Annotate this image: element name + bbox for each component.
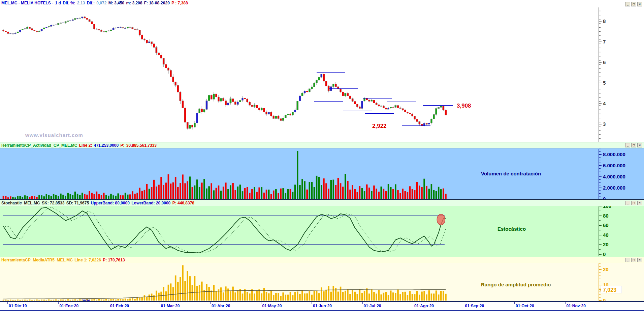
price-level-label: 2,922 (372, 123, 387, 129)
header-segment: P : 7,388 (171, 1, 188, 5)
header-segment: 2,13 (77, 1, 85, 5)
time-tick (312, 302, 312, 304)
time-tick-label: 01-Dic-19 (9, 304, 27, 308)
time-tick (160, 302, 160, 304)
header-segment: Line 1: 7,0226 (74, 258, 101, 262)
maximize-button[interactable]: □ (631, 143, 636, 147)
close-button[interactable]: × (637, 201, 642, 205)
time-tick (7, 302, 8, 304)
time-tick (261, 302, 261, 304)
maximize-button[interactable]: □ (631, 2, 636, 6)
close-button[interactable]: × (637, 258, 642, 262)
atr-panel[interactable]: HerramientaCP_MediaATR5_MEL.MC Line 1: 7… (0, 257, 644, 301)
volume-bars-layer (3, 151, 447, 199)
svg-text:4: 4 (603, 101, 606, 106)
candles-layer (2, 16, 447, 130)
time-tick-label: 01-Feb-20 (110, 304, 129, 308)
visual-chart-workspace: { "app": {"name_note": "Visual Chart sty… (0, 0, 644, 311)
svg-text:2.000.000: 2.000.000 (603, 185, 625, 191)
volume-panel-label: Volumen de contratación (481, 171, 541, 176)
atr-panel-label: Rango de amplitud promedio (481, 282, 551, 287)
svg-text:8: 8 (603, 18, 606, 24)
svg-text:100: 100 (603, 206, 611, 209)
volume-indicator-title-bar[interactable]: HerramientoCP_Actividad_CP_MEL.MC Line 2… (0, 142, 644, 148)
time-tick (464, 302, 464, 304)
time-tick (58, 302, 59, 304)
signal-highlight-circle[interactable] (437, 214, 445, 225)
svg-text:4.000.000: 4.000.000 (603, 174, 625, 179)
header-segment: Dif. %: (63, 1, 75, 5)
chart-title-bar[interactable]: MEL.MC - MELIA HOTELS - 1 d Dif. %: 2,13… (0, 0, 644, 6)
minimize-button[interactable]: _ (625, 143, 630, 147)
stochastic-indicator-title-bar[interactable]: Stochastic_MEL.MC SK: 72,8533 SD: 71,967… (0, 200, 644, 206)
header-segment: MEL.MC - MELIA HOTELS - (1, 1, 53, 5)
stochastic-chart[interactable]: 100806040200 (0, 206, 644, 257)
time-tick (109, 302, 109, 304)
header-segment: HerramientaCP_MediaATR5_MEL.MC (1, 258, 73, 262)
price-level-label: 3,908 (457, 103, 471, 109)
panel-separator (0, 257, 644, 257)
header-segment: Stochastic_MEL.MC (1, 201, 40, 205)
minimize-button[interactable]: _ (625, 2, 630, 6)
time-axis[interactable]: 01-Dic-1901-Ene-2001-Feb-2001-Mar-2001-A… (0, 302, 644, 311)
svg-text:60: 60 (603, 222, 609, 228)
volume-window-buttons[interactable]: _□× (625, 143, 642, 147)
panel-separator (0, 199, 644, 200)
sk-line (3, 207, 446, 253)
svg-text:0: 0 (603, 298, 606, 301)
stochastic-panel[interactable]: Stochastic_MEL.MC SK: 72,8533 SD: 71,967… (0, 200, 644, 257)
maximize-button[interactable]: □ (631, 201, 636, 205)
atr-current-value-box: 7,023 (599, 286, 622, 293)
stochastic-window-buttons[interactable]: _□× (625, 201, 642, 205)
y-axis: 8.000.0006.000.0004.000.0002.000.0000 (599, 149, 625, 200)
stochastic-panel-label: Estocástico (497, 226, 526, 232)
svg-text:0: 0 (603, 251, 606, 257)
time-tick-label: 01-Abr-20 (212, 304, 230, 308)
time-tick (514, 302, 515, 304)
time-tick (565, 302, 566, 304)
header-segment: m: 3,208 (126, 1, 142, 5)
header-segment: 471.253,0000 (94, 143, 119, 148)
time-tick-label: 01-Nov-20 (567, 304, 586, 308)
time-tick-label: 01-Ago-20 (414, 304, 434, 308)
header-segment: P: 170,7613 (103, 258, 125, 262)
visualchart-watermark: www.visualchart.com (25, 132, 83, 138)
time-tick-label: 01-Sep-20 (465, 304, 484, 308)
close-button[interactable]: × (637, 2, 642, 6)
atr-indicator-title-bar[interactable]: HerramientaCP_MediaATR5_MEL.MC Line 1: 7… (0, 257, 644, 263)
svg-text:3: 3 (603, 121, 606, 127)
main-chart-panel[interactable]: 8765433,9082,922 MEL.MC - MELIA HOTELS -… (0, 0, 644, 142)
atr-window-buttons[interactable]: _□× (625, 258, 642, 262)
main-window-buttons[interactable]: _□× (625, 2, 642, 6)
header-segment: UpperBand: 80,0000 (91, 201, 130, 205)
close-button[interactable]: × (637, 143, 642, 147)
header-segment: SK: 72,8533 (42, 201, 64, 205)
svg-text:20: 20 (603, 242, 609, 247)
time-tick-label: 01-Ene-20 (60, 304, 79, 308)
svg-text:6: 6 (603, 59, 606, 65)
header-segment: SD: 71,9675 (66, 201, 89, 205)
header-segment: HerramientoCP_Actividad_CP_MEL.MC (1, 143, 77, 148)
svg-text:7: 7 (603, 39, 606, 45)
sd-line (3, 207, 446, 253)
minimize-button[interactable]: _ (625, 258, 630, 262)
y-axis: 876543 (599, 7, 606, 142)
panel-separator (0, 142, 644, 142)
header-segment: 30.885.561,7333 (126, 143, 157, 148)
svg-text:80: 80 (603, 213, 609, 219)
maximize-button[interactable]: □ (631, 258, 636, 262)
time-tick (362, 302, 363, 304)
time-tick (413, 302, 413, 304)
volume-panel[interactable]: HerramientoCP_Actividad_CP_MEL.MC Line 2… (0, 142, 644, 200)
svg-text:8.000.000: 8.000.000 (603, 151, 625, 157)
minimize-button[interactable]: _ (625, 201, 630, 205)
header-segment: 0,072 (96, 1, 106, 5)
header-segment: P: (121, 143, 125, 148)
svg-text:6.000.000: 6.000.000 (603, 163, 625, 168)
header-segment: Dif.: (87, 1, 95, 5)
stochastic-bands[interactable] (3, 216, 445, 245)
panel-separator (0, 301, 644, 302)
candlestick-chart[interactable]: 8765433,9082,922 (0, 0, 644, 142)
resistance-lines-layer[interactable]: 3,9082,922 (314, 73, 471, 129)
volume-bars-chart[interactable]: 8.000.0006.000.0004.000.0002.000.0000 (0, 148, 644, 200)
